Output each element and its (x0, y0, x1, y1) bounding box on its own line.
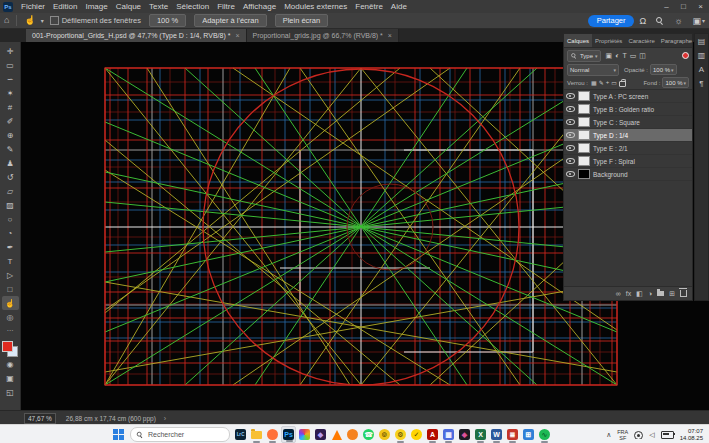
taskbar-icon-whatsapp[interactable]: ☎ (361, 426, 376, 443)
artboard-frame-icon[interactable]: ▣ (2, 371, 19, 385)
visibility-eye-icon[interactable] (566, 119, 575, 125)
lock-all-icon[interactable] (619, 81, 626, 87)
taskbar-icon-app-yellow-1[interactable]: ⊚ (377, 426, 392, 443)
lasso-tool[interactable]: ∽ (2, 72, 19, 86)
status-chevron-icon[interactable]: › (164, 415, 166, 422)
discover-lightbulb-icon[interactable]: ☼ (674, 16, 682, 26)
hand-tool[interactable]: ☝ (2, 296, 19, 310)
visibility-eye-icon[interactable] (566, 132, 575, 138)
tab-close-icon[interactable]: × (388, 32, 392, 39)
search-icon[interactable] (656, 17, 664, 25)
scroll-all-windows-checkbox[interactable] (50, 16, 59, 25)
lock-move-icon[interactable]: + (606, 79, 610, 86)
taskbar-icon-photoshop[interactable]: Ps (281, 426, 296, 443)
taskbar-icon-app-blue[interactable]: ⊞ (521, 426, 536, 443)
volume-icon[interactable]: ◁ (649, 431, 654, 439)
filter-toggle-icon[interactable] (682, 52, 689, 59)
minimize-button[interactable]: – (658, 0, 675, 13)
foreground-color-swatch[interactable] (2, 341, 13, 352)
close-button[interactable]: × (692, 0, 709, 13)
taskbar-icon-affinity-app[interactable]: ◆ (313, 426, 328, 443)
fullscreen-button[interactable]: Plein écran (275, 14, 329, 27)
visibility-eye-icon[interactable] (566, 171, 575, 177)
start-button[interactable] (113, 429, 124, 440)
hand-tool-icon[interactable]: ☝ (24, 13, 35, 28)
color-swatches[interactable] (2, 341, 18, 357)
clone-stamp-tool[interactable]: ♟ (2, 156, 19, 170)
visibility-eye-icon[interactable] (566, 106, 575, 112)
tab-close-icon[interactable]: × (235, 32, 239, 39)
shape-tool[interactable]: □ (2, 282, 19, 296)
taskbar-icon-app-red[interactable]: ≣ (505, 426, 520, 443)
language-indicator[interactable]: FRASF (617, 429, 628, 441)
brush-tool[interactable]: ✎ (2, 142, 19, 156)
panel-tab-caractère[interactable]: Caractère (625, 34, 657, 47)
taskbar-icon-photos-app[interactable] (297, 426, 312, 443)
document-tab-1[interactable]: 001-Proportional_Grids_H.psd @ 47,7% (Ty… (26, 28, 247, 42)
notifications-bell-icon[interactable]: Ω (639, 16, 646, 26)
screen-mode-icon[interactable]: ◱ (2, 385, 19, 399)
battery-icon[interactable] (661, 431, 674, 439)
layer-row[interactable]: Type A : PC screen (564, 90, 692, 103)
layer-row[interactable]: Type E : 2/1 (564, 142, 692, 155)
layer-filter-select[interactable]: Type ▾ (567, 50, 601, 62)
visibility-eye-icon[interactable] (566, 158, 575, 164)
dock-layers-icon[interactable]: ▤ (698, 37, 706, 47)
history-brush-tool[interactable]: ↺ (2, 170, 19, 184)
taskbar-icon-app-yellow-3[interactable]: ✓ (409, 426, 424, 443)
quick-selection-tool[interactable]: ✶ (2, 86, 19, 100)
menu-fenêtre[interactable]: Fenêtre (351, 0, 387, 13)
menu-calque[interactable]: Calque (112, 0, 145, 13)
taskbar-icon-firefox[interactable] (265, 426, 280, 443)
taskbar-icon-calculator[interactable]: ▦ (441, 426, 456, 443)
panel-tab-propriétés[interactable]: Propriétés (592, 34, 625, 47)
menu-sélection[interactable]: Sélection (172, 0, 213, 13)
blur-tool[interactable]: ○ (2, 212, 19, 226)
taskbar-icon-excel[interactable]: X (473, 426, 488, 443)
taskbar-icon-app-yellow-2[interactable]: ⚙ (393, 426, 408, 443)
menu-fichier[interactable]: Fichier (17, 0, 49, 13)
marquee-tool[interactable]: ▭ (2, 58, 19, 72)
lock-paint-icon[interactable]: ✎ (599, 79, 604, 86)
workspace-switcher-icon[interactable]: ▣▾ (692, 16, 705, 26)
path-select-tool[interactable]: ▷ (2, 268, 19, 282)
menu-image[interactable]: Image (81, 0, 111, 13)
lock-transparency-icon[interactable]: ▦ (591, 79, 597, 86)
dock-paragraph-icon[interactable]: ¶ (699, 79, 703, 89)
taskbar-icon-browser-orange[interactable] (345, 426, 360, 443)
layer-thumbnail[interactable] (578, 104, 590, 114)
filter-type-layers-icon[interactable]: T (622, 52, 626, 60)
wifi-icon[interactable] (634, 431, 643, 439)
taskbar-icon-word[interactable]: W (489, 426, 504, 443)
delete-layer-icon[interactable] (680, 290, 687, 297)
healing-brush-tool[interactable]: ⊕ (2, 128, 19, 142)
new-layer-icon[interactable]: ⊞ (669, 290, 675, 298)
dock-character-icon[interactable]: A (699, 65, 704, 75)
layer-thumbnail[interactable] (578, 91, 590, 101)
crop-tool[interactable]: # (2, 100, 19, 114)
fill-value[interactable]: 100 % ▾ (662, 77, 689, 88)
blend-mode-select[interactable]: Normal ▾ (567, 64, 619, 76)
fit-screen-button[interactable]: Adapter à l'écran (194, 14, 266, 27)
lock-artboard-icon[interactable]: ▭ (611, 79, 617, 86)
filter-shape-layers-icon[interactable]: ▭ (630, 52, 637, 60)
layer-thumbnail[interactable] (578, 130, 590, 140)
layer-row[interactable]: Type F : Spiral (564, 155, 692, 168)
layer-mask-icon[interactable]: ◧ (636, 290, 643, 298)
layer-thumbnail[interactable] (578, 117, 590, 127)
menu-filtre[interactable]: Filtre (213, 0, 239, 13)
adjustment-layer-icon[interactable]: ◑ (648, 290, 652, 297)
eyedropper-tool[interactable]: ✐ (2, 114, 19, 128)
maximize-button[interactable]: □ (675, 0, 692, 13)
panel-tab-calques[interactable]: Calques (564, 34, 592, 47)
layer-row[interactable]: Type B : Golden ratio (564, 103, 692, 116)
taskbar-icon-app-dark[interactable]: ◈ (457, 426, 472, 443)
more-tools-icon[interactable]: ⋯ (2, 324, 19, 338)
panel-tab-paragraphe[interactable]: Paragraphe (658, 34, 695, 47)
move-tool[interactable]: ✛ (2, 44, 19, 58)
layer-row[interactable]: Background (564, 168, 692, 181)
pen-tool[interactable]: ✒ (2, 240, 19, 254)
layer-thumbnail[interactable] (578, 143, 590, 153)
filter-pixel-layers-icon[interactable]: ▣ (606, 52, 613, 60)
filter-smart-objects-icon[interactable]: ◫ (639, 52, 646, 60)
